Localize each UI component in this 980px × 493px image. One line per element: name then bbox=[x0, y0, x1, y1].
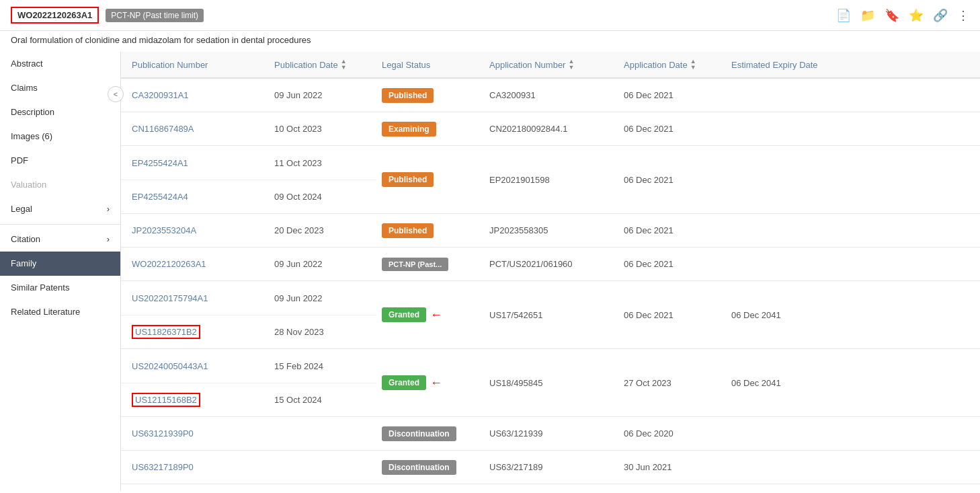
main-layout: Abstract Claims Description Images (6) P… bbox=[0, 52, 980, 491]
legal-status-badge: PCT-NP (Past... bbox=[382, 258, 448, 271]
sort-icon-pub-date[interactable]: ▲▼ bbox=[341, 59, 347, 71]
legal-status-cell: PCT-NP (Past... bbox=[376, 252, 484, 276]
sidebar: Abstract Claims Description Images (6) P… bbox=[0, 52, 121, 491]
sidebar-item-label: Legal bbox=[11, 204, 32, 214]
table-row-group: US20240050443A1US12115168B215 Feb 202415… bbox=[121, 349, 980, 417]
sidebar-item-description[interactable]: Description bbox=[0, 100, 120, 124]
sidebar-item-valuation: Valuation bbox=[0, 173, 120, 197]
sidebar-item-pdf[interactable]: PDF bbox=[0, 149, 120, 173]
pub-num-link[interactable]: EP4255424A1 bbox=[132, 158, 188, 168]
app-date: 06 Dec 2021 bbox=[618, 254, 726, 274]
table-header: Publication Number Publication Date ▲▼ L… bbox=[121, 52, 980, 79]
sort-icon-app-date[interactable]: ▲▼ bbox=[690, 59, 696, 71]
sidebar-item-label: Valuation bbox=[11, 180, 46, 190]
pdf-icon[interactable]: 📄 bbox=[836, 8, 851, 23]
pub-date: 15 Oct 2024 bbox=[269, 383, 376, 416]
app-date: 27 Oct 2023 bbox=[618, 349, 726, 416]
pub-date: 20 Dec 2023 bbox=[269, 220, 376, 241]
pub-num-link[interactable]: US12115168B2 bbox=[132, 393, 200, 407]
legal-status-badge: Examining bbox=[382, 122, 436, 137]
table-row: CA3200931A109 Jun 2022PublishedCA3200931… bbox=[121, 79, 980, 112]
exp-date bbox=[726, 462, 980, 473]
legal-status-badge: Published bbox=[382, 88, 434, 103]
sidebar-item-label: PDF bbox=[11, 155, 28, 165]
sidebar-item-family[interactable]: Family bbox=[0, 252, 120, 276]
col-header-app-num[interactable]: Application Number ▲▼ bbox=[484, 59, 618, 71]
sidebar-item-label: Related Literature bbox=[11, 307, 80, 317]
chevron-right-icon: › bbox=[107, 204, 110, 214]
pub-num-link[interactable]: WO2022120263A1 bbox=[132, 259, 206, 269]
pct-badge: PCT-NP (Past time limit) bbox=[106, 9, 204, 22]
sidebar-item-legal[interactable]: Legal › bbox=[0, 197, 120, 221]
app-date: 06 Dec 2021 bbox=[618, 220, 726, 241]
pub-num-link[interactable]: CA3200931A1 bbox=[132, 90, 189, 100]
table-body: CA3200931A109 Jun 2022PublishedCA3200931… bbox=[121, 79, 980, 484]
sidebar-item-abstract[interactable]: Abstract bbox=[0, 52, 120, 76]
sidebar-item-similar-patents[interactable]: Similar Patents bbox=[0, 276, 120, 300]
exp-date bbox=[726, 124, 980, 135]
app-date: 30 Jun 2021 bbox=[618, 457, 726, 478]
sidebar-item-citation[interactable]: Citation › bbox=[0, 227, 120, 252]
app-num: US18/495845 bbox=[484, 349, 618, 416]
sidebar-item-related-literature[interactable]: Related Literature bbox=[0, 300, 120, 324]
legal-status-badge: Published bbox=[382, 223, 434, 238]
sidebar-item-label: Images (6) bbox=[11, 131, 52, 141]
table-row: CN116867489A10 Oct 2023ExaminingCN202180… bbox=[121, 112, 980, 146]
pub-num-link[interactable]: EP4255424A4 bbox=[132, 192, 188, 202]
legal-status-badge: Granted bbox=[382, 375, 426, 390]
table-row: US63217189P0DiscontinuationUS63/21718930… bbox=[121, 451, 980, 484]
sidebar-nav: Abstract Claims Description Images (6) P… bbox=[0, 52, 120, 221]
col-header-pub-num: Publication Number bbox=[121, 60, 269, 70]
pub-num-link[interactable]: US63121939P0 bbox=[132, 428, 194, 439]
patent-id-badge[interactable]: WO2022120263A1 bbox=[11, 7, 99, 24]
pub-date bbox=[269, 462, 376, 473]
app-date: 06 Dec 2021 bbox=[618, 118, 726, 139]
pub-num-link[interactable]: US11826371B2 bbox=[132, 325, 200, 339]
legal-status-cell: Discontinuation bbox=[376, 421, 484, 447]
share-icon[interactable]: 🔗 bbox=[933, 8, 948, 23]
legal-status-cell: Published bbox=[376, 83, 484, 108]
table-row: JP2023553204A20 Dec 2023PublishedJP20235… bbox=[121, 214, 980, 248]
sidebar-item-claims[interactable]: Claims bbox=[0, 76, 120, 100]
legal-status-badge: Published bbox=[382, 172, 434, 187]
sidebar-item-label: Claims bbox=[11, 83, 38, 93]
sidebar-item-label: Citation bbox=[11, 234, 40, 244]
legal-status-badge: Discontinuation bbox=[382, 426, 456, 441]
pub-date: 11 Oct 2023 bbox=[269, 146, 376, 180]
sidebar-item-images[interactable]: Images (6) bbox=[0, 124, 120, 149]
pub-num-link[interactable]: US20240050443A1 bbox=[132, 361, 208, 371]
sidebar-item-label: Similar Patents bbox=[11, 282, 69, 293]
pub-num-link[interactable]: US63217189P0 bbox=[132, 462, 194, 472]
pub-date: 09 Jun 2022 bbox=[269, 281, 376, 315]
col-header-legal-status: Legal Status bbox=[376, 60, 484, 70]
table-row: US63121939P0DiscontinuationUS63/12193906… bbox=[121, 417, 980, 451]
app-date: 06 Dec 2021 bbox=[618, 85, 726, 106]
app-num: JP2023558305 bbox=[484, 220, 618, 241]
legal-status-badge: Discontinuation bbox=[382, 460, 456, 475]
header-icons: 📄 📁 🔖 ⭐ 🔗 ⋮ bbox=[836, 8, 969, 23]
star-icon[interactable]: ⭐ bbox=[909, 8, 924, 23]
col-header-app-date[interactable]: Application Date ▲▼ bbox=[618, 59, 726, 71]
exp-date bbox=[726, 90, 980, 101]
table-row: WO2022120263A109 Jun 2022PCT-NP (Past...… bbox=[121, 248, 980, 281]
pub-num-link[interactable]: JP2023553204A bbox=[132, 225, 196, 235]
bookmark-icon[interactable]: 🔖 bbox=[885, 8, 899, 23]
folder-icon[interactable]: 📁 bbox=[860, 8, 875, 23]
legal-status-cell: Examining bbox=[376, 116, 484, 142]
sort-icon-app-num[interactable]: ▲▼ bbox=[568, 59, 574, 71]
pub-num-link[interactable]: CN116867489A bbox=[132, 124, 194, 134]
exp-date: 06 Dec 2041 bbox=[726, 281, 980, 348]
pub-num-link[interactable]: US20220175794A1 bbox=[132, 293, 208, 303]
pub-date: 09 Jun 2022 bbox=[269, 254, 376, 274]
pub-date: 09 Jun 2022 bbox=[269, 85, 376, 106]
app-num: CN202180092844.1 bbox=[484, 118, 618, 139]
col-header-pub-date[interactable]: Publication Date ▲▼ bbox=[269, 59, 376, 71]
subtitle: Oral formulation of clonidine and midazo… bbox=[0, 31, 980, 52]
exp-date bbox=[726, 259, 980, 270]
granted-arrow-indicator: ← bbox=[430, 308, 442, 322]
app-num: PCT/US2021/061960 bbox=[484, 254, 618, 274]
sidebar-collapse-button[interactable]: < bbox=[108, 86, 124, 102]
header-left: WO2022120263A1 PCT-NP (Past time limit) bbox=[11, 7, 204, 24]
pub-date: 10 Oct 2023 bbox=[269, 118, 376, 139]
more-icon[interactable]: ⋮ bbox=[957, 8, 969, 23]
